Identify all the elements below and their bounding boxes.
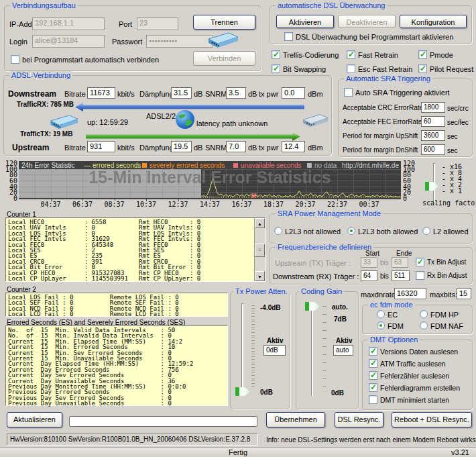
fdm-hp-radio[interactable]	[420, 310, 428, 318]
uptime-label: up: 12:59:29	[87, 118, 128, 126]
freq-down-bis-label: bis	[380, 272, 389, 280]
counter2-text: Local LOS Fail : 0 Remote LOS Fail : 0 L…	[6, 293, 227, 317]
freq-down-end-input[interactable]: 511	[392, 270, 410, 281]
scrollbar-thumb[interactable]: ≡	[255, 244, 265, 257]
bit-swapping-checkbox[interactable]	[272, 64, 280, 73]
tx-atten-bottom-label: 0dB	[260, 389, 273, 396]
up-bitrate-input[interactable]: 931	[87, 141, 115, 152]
coding-gain-second-label: 7dB	[334, 315, 347, 323]
dmt-minimiert-label: DMT minimiert starten	[380, 396, 449, 404]
tx-atten-slider-track[interactable]	[241, 303, 243, 396]
maxbits-input[interactable]: 15	[457, 288, 471, 299]
freq-up-start-input[interactable]: 33	[361, 257, 377, 268]
freq-up-end-input[interactable]: 63	[392, 257, 408, 268]
reboot-resync-button[interactable]: Reboot + DSL Resync.	[392, 412, 472, 427]
up-db-unit1: dB	[194, 144, 202, 152]
fast-retrain-checkbox[interactable]	[347, 50, 355, 59]
configuration-button[interactable]: Konfiguration	[400, 15, 467, 28]
down-kbit-unit: kbit/s	[117, 90, 135, 98]
up-snrm-input[interactable]: 7.0	[226, 141, 246, 152]
connection-group-title: Verbindungsaufbau	[10, 1, 78, 9]
l2l3-not-allowed-radio[interactable]	[274, 227, 282, 235]
down-txpwr-input[interactable]: 0.0	[282, 87, 305, 99]
scaling-slider-handle[interactable]	[425, 182, 438, 191]
up-txpwr-input[interactable]: 12.4	[282, 141, 305, 152]
port-input[interactable]: 23	[137, 17, 178, 30]
y-tick-label: 120	[403, 160, 415, 167]
version-info-panel: HwVersion:810100 SwVersion:R100B01.0B_HN…	[7, 433, 258, 446]
dmt-minimiert-checkbox[interactable]	[369, 395, 377, 404]
esc-fast-retrain-checkbox[interactable]	[347, 64, 355, 73]
down-daempfung-label: Dämpfung	[139, 90, 174, 98]
scroll-up-icon[interactable]: ▲	[255, 218, 265, 228]
ip-input[interactable]: 192.168.1.1	[32, 17, 105, 30]
apply-button[interactable]: Übernehmen	[266, 412, 325, 427]
latency-label: latency path unknown	[196, 119, 267, 128]
deactivate-button[interactable]: Deaktivieren	[338, 15, 396, 28]
fehlerdiagramm-checkbox[interactable]	[369, 383, 377, 392]
fdm-radio[interactable]	[377, 321, 385, 329]
fdm-naf-radio[interactable]	[420, 321, 428, 329]
x-tick-label: 20:37	[296, 201, 316, 208]
sra-trigger-checkbox[interactable]	[344, 88, 353, 97]
versions-daten-label: Versions Daten auslesen	[380, 348, 458, 356]
l2l3-both-allowed-radio[interactable]	[347, 227, 355, 235]
tx-atten-slider-ticks	[251, 305, 255, 389]
fast-retrain-label: Fast Retrain	[358, 51, 398, 59]
chart-yaxis-left: 020406080100120	[1, 161, 17, 201]
coding-gain-bottom-label: 0dB	[331, 389, 344, 397]
rx-bin-adjust-checkbox[interactable]	[416, 271, 424, 280]
down-db-unit1: dB	[194, 90, 202, 98]
upstream-arrow-icon	[86, 132, 300, 141]
sra-fec-input[interactable]: 60	[421, 116, 445, 127]
password-input[interactable]: ●●●●●●●●●●	[146, 35, 213, 48]
pmode-checkbox[interactable]	[418, 50, 427, 59]
login-input[interactable]: alice@13184	[32, 35, 105, 48]
atm-traffic-checkbox[interactable]	[369, 359, 377, 368]
legend-unavailable-label: unavailable seconds	[241, 162, 302, 169]
dsl-resync-button[interactable]: DSL Resync.	[335, 412, 383, 427]
sra-dnshift-input[interactable]: 600	[421, 144, 445, 155]
sra-trigger-enable-label: Auto SRA Triggering aktiviert	[355, 89, 450, 97]
counter1-scrollbar[interactable]: ▲ ≡ ▼	[254, 218, 265, 281]
legend-errored-label: errored seconds	[93, 162, 141, 169]
refresh-button[interactable]: Aktualisieren	[7, 412, 62, 427]
ec-radio[interactable]	[377, 310, 385, 318]
connect-button[interactable]: Verbinden	[193, 51, 255, 66]
disconnect-button[interactable]: Trennen	[193, 15, 255, 30]
rx-bin-adjust-label: Rx Bin Adjust	[427, 272, 467, 279]
down-bitrate-input[interactable]: 11673	[87, 87, 115, 99]
sra-upshift-input[interactable]: 3600	[421, 130, 445, 141]
monitoring-autostart-checkbox[interactable]	[284, 32, 293, 41]
sra-upshift-unit: sec	[447, 133, 458, 140]
tx-atten-group-title: Tx Power Atten.	[233, 287, 290, 295]
freq-down-start-input[interactable]: 64	[361, 270, 377, 281]
maxdnrate-input[interactable]: 16320	[394, 288, 426, 299]
l2-allowed-radio[interactable]	[422, 227, 430, 235]
fehlerzaehler-checkbox[interactable]	[369, 371, 377, 380]
pilot-request-checkbox[interactable]	[418, 64, 427, 73]
tx-bin-adjust-checkbox[interactable]	[416, 258, 424, 266]
legend-unavailable-marker	[233, 163, 238, 168]
sra-dnshift-label: Period for margin DnShift	[343, 146, 418, 154]
es-ses-console: No. of 15 Min. Valid Data Intervals : 50…	[5, 325, 228, 406]
l2l3-both-allowed-label: L2L3 both allowed	[358, 227, 418, 236]
versions-daten-checkbox[interactable]	[369, 347, 377, 356]
down-daempfung-input[interactable]: 31.5	[171, 87, 192, 99]
scroll-down-icon[interactable]: ▼	[255, 271, 265, 281]
sra-crc-input[interactable]: 1800	[421, 102, 445, 113]
x-tick-label: 08:37	[105, 201, 125, 208]
downstream-label: Downstream	[8, 89, 56, 99]
coding-gain-slider-track[interactable]	[311, 303, 313, 396]
up-daempfung-input[interactable]: 19.5	[171, 141, 192, 152]
autoconnect-label: bei Programmstart automatisch verbinden	[22, 56, 159, 64]
activate-button[interactable]: Aktivieren	[276, 15, 334, 28]
down-snrm-input[interactable]: 3.5	[226, 87, 246, 99]
autoconnect-checkbox[interactable]	[11, 55, 19, 64]
tx-atten-aktiv-input[interactable]: 0dB	[263, 345, 286, 356]
trellis-checkbox[interactable]	[272, 50, 280, 59]
sra-upshift-label: Period for margin UpShift	[343, 132, 418, 140]
tx-bin-adjust-label: Tx Bin Adjust	[427, 258, 466, 266]
coding-gain-aktiv-input[interactable]: auto	[333, 345, 353, 356]
coding-gain-aktiv-label: Aktiv	[336, 337, 352, 344]
